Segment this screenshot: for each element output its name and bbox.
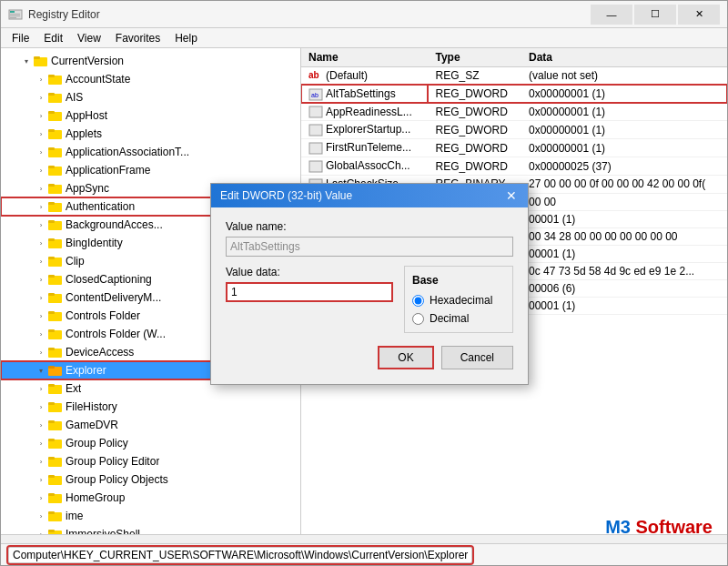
edit-dword-dialog: Edit DWORD (32-bit) Value ✕ Value name: …: [210, 183, 529, 385]
dialog-buttons: OK Cancel: [226, 346, 513, 369]
value-name-input[interactable]: [226, 237, 513, 257]
cancel-button[interactable]: Cancel: [441, 346, 513, 369]
ok-button[interactable]: OK: [378, 346, 433, 369]
value-data-label: Value data:: [226, 266, 393, 278]
radio-decimal[interactable]: Decimal: [412, 312, 505, 325]
dialog-title-text: Edit DWORD (32-bit) Value: [220, 189, 352, 202]
dialog-row: Value data: Base Hexadecimal: [226, 266, 513, 333]
radio-hexadecimal[interactable]: Hexadecimal: [412, 294, 505, 307]
value-data-box: Value data:: [226, 266, 393, 311]
base-radio-group: Hexadecimal Decimal: [412, 294, 505, 325]
main-window: Registry Editor — ☐ ✕ File Edit View Fav…: [0, 0, 728, 566]
dialog-title-bar: Edit DWORD (32-bit) Value ✕: [211, 184, 528, 207]
radio-decimal-input[interactable]: [412, 313, 424, 325]
radio-hex-label: Hexadecimal: [430, 294, 492, 307]
base-box: Base Hexadecimal Decimal: [404, 266, 513, 333]
value-name-label: Value name:: [226, 220, 513, 233]
value-data-input[interactable]: [226, 282, 393, 302]
radio-hex-input[interactable]: [412, 295, 424, 307]
dialog-overlay: Edit DWORD (32-bit) Value ✕ Value name: …: [1, 1, 727, 565]
base-title: Base: [412, 274, 505, 287]
radio-decimal-label: Decimal: [430, 312, 469, 325]
dialog-body: Value name: Value data: Base Hexadecimal: [211, 207, 528, 384]
dialog-close-button[interactable]: ✕: [504, 189, 519, 202]
